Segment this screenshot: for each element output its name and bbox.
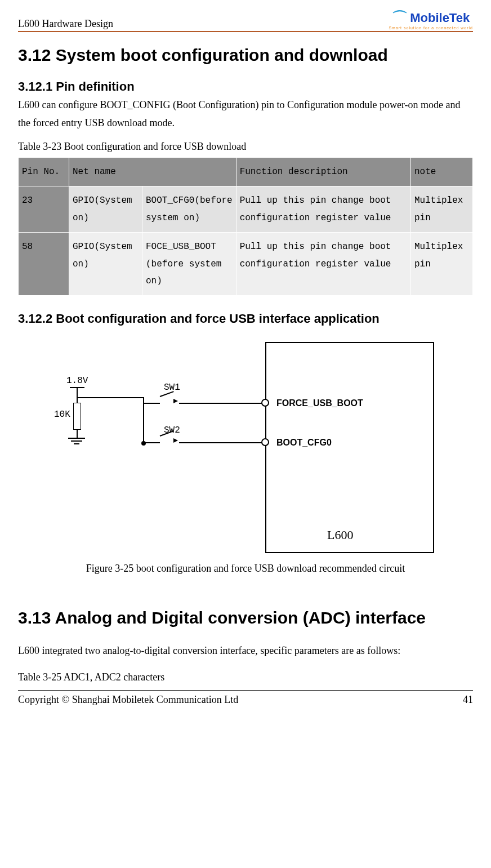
- cell-pin: 58: [19, 233, 69, 296]
- th-net-name: Net name: [69, 158, 236, 186]
- label-resistor: 10K: [54, 409, 70, 420]
- th-function: Function description: [236, 158, 410, 186]
- wire: [77, 388, 78, 403]
- resistor-icon: [73, 403, 81, 430]
- table-row: 58 GPIO(System on) FOCE_USB_BOOT (before…: [19, 233, 473, 296]
- section-3-13-body: L600 integrated two analog-to-digital co…: [18, 642, 473, 660]
- table-3-25-caption: Table 3-25 ADC1, ADC2 characters: [18, 671, 473, 683]
- logo-tagline: Smart solution for a connected world: [389, 26, 473, 30]
- section-3-12-1-title: 3.12.1 Pin definition: [18, 79, 473, 94]
- table-row: 23 GPIO(System on) BOOT_CFG0(before syst…: [19, 186, 473, 233]
- label-chip-name: L600: [327, 528, 353, 542]
- cell-note: Multiplex pin: [411, 233, 473, 296]
- arrow-icon: [173, 438, 178, 443]
- wire: [77, 430, 78, 438]
- wire: [143, 442, 160, 443]
- cell-func: Pull up this pin change boot configurati…: [236, 186, 410, 233]
- cell-net1: GPIO(System on): [69, 186, 142, 233]
- ground-icon: [71, 440, 82, 442]
- section-3-12-title: 3.12 System boot configuration and downl…: [18, 46, 473, 65]
- th-pin-no: Pin No.: [19, 158, 69, 186]
- header-doc-title: L600 Hardware Design: [18, 18, 113, 30]
- th-note: note: [411, 158, 473, 186]
- cell-note: Multiplex pin: [411, 186, 473, 233]
- logo-swoosh-icon: ⌒: [392, 10, 408, 26]
- figure-3-25-caption: Figure 3-25 boot configuration and force…: [18, 563, 473, 575]
- wire: [77, 397, 144, 398]
- section-3-12-1-body: L600 can configure BOOT_CONFIG (Boot Con…: [18, 96, 473, 132]
- label-force-usb-boot: FORCE_USB_BOOT: [276, 398, 363, 408]
- wire: [179, 403, 265, 404]
- cell-pin: 23: [19, 186, 69, 233]
- circuit-diagram: 1.8V 10K SW1 SW2 FORCE_USB_BOOT BOOT_CFG…: [48, 342, 443, 556]
- page-header: L600 Hardware Design ⌒ MobileTek Smart s…: [18, 10, 473, 32]
- label-sw2: SW2: [164, 425, 180, 435]
- label-sw1: SW1: [164, 382, 180, 393]
- cell-net2: BOOT_CFG0(before system on): [142, 186, 236, 233]
- label-boot-cfg0: BOOT_CFG0: [276, 438, 332, 448]
- wire: [143, 403, 160, 404]
- section-3-13-title: 3.13 Analog and Digital conversion (ADC)…: [18, 608, 473, 627]
- logo: ⌒ MobileTek Smart solution for a connect…: [389, 10, 473, 30]
- cell-net1: GPIO(System on): [69, 233, 142, 296]
- wire: [179, 442, 265, 443]
- footer-copyright: Copyright © Shanghai Mobiletek Communica…: [18, 694, 238, 706]
- label-1v8: 1.8V: [66, 376, 88, 386]
- arrow-icon: [173, 399, 178, 403]
- ground-icon: [68, 438, 85, 439]
- wire: [143, 397, 144, 443]
- table-3-23-caption: Table 3-23 Boot configuration and force …: [18, 141, 473, 153]
- cell-func: Pull up this pin change boot configurati…: [236, 233, 410, 296]
- ground-icon: [74, 443, 79, 444]
- logo-name: MobileTek: [410, 11, 470, 25]
- cell-net2: FOCE_USB_BOOT (before system on): [142, 233, 236, 296]
- table-3-23: Pin No. Net name Function description no…: [18, 157, 473, 296]
- section-3-12-2-title: 3.12.2 Boot configuration and force USB …: [18, 311, 473, 326]
- footer-page-number: 41: [463, 694, 473, 706]
- page-footer: Copyright © Shanghai Mobiletek Communica…: [18, 690, 473, 706]
- table-header-row: Pin No. Net name Function description no…: [19, 158, 473, 186]
